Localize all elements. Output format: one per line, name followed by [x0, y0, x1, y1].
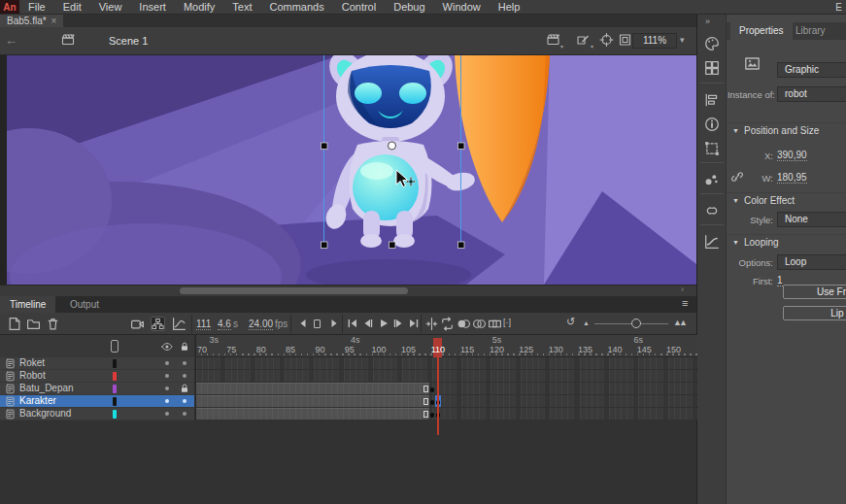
symbol-type-dropdown[interactable]: Graphic [777, 62, 846, 78]
frame-row-robot[interactable] [196, 370, 697, 382]
hscroll-thumb[interactable] [180, 287, 408, 294]
align-icon[interactable] [704, 92, 720, 108]
keyframe-dot[interactable] [430, 400, 434, 404]
frame-row-background[interactable] [196, 408, 697, 420]
clip-content-icon[interactable] [618, 33, 632, 47]
frame-row-batu_depan[interactable] [196, 383, 697, 394]
graph-view-icon[interactable] [172, 317, 186, 331]
edit-symbols-icon[interactable] [576, 33, 591, 47]
position-size-section[interactable]: ▼ Position and Size [727, 122, 846, 137]
menu-debug[interactable]: Debug [385, 0, 433, 15]
layer-outline-color[interactable] [113, 359, 117, 368]
loop-options-dropdown[interactable]: Loop [777, 254, 846, 270]
frame-ruler[interactable]: 3s4s5s6s 7075808590951001051101151201251… [196, 335, 697, 357]
workspace-button[interactable]: E [835, 0, 846, 15]
prev-keyframe-icon[interactable] [362, 319, 374, 328]
stage[interactable] [0, 55, 696, 285]
center-playhead-icon[interactable] [424, 317, 439, 331]
menu-control[interactable]: Control [333, 0, 385, 15]
layer-lock-dot[interactable] [183, 361, 186, 365]
menu-window[interactable]: Window [434, 0, 490, 15]
layer-visibility-dot[interactable] [165, 374, 169, 378]
layer-visibility-dot[interactable] [165, 361, 169, 365]
frame-row-karakter[interactable] [196, 395, 697, 407]
ruler-frame-number[interactable]: 100 [372, 345, 387, 354]
section-collapse-icon[interactable]: ▼ [732, 197, 739, 204]
motion-editor-icon[interactable] [704, 234, 720, 250]
swatches-icon[interactable] [704, 60, 720, 76]
ruler-frame-number[interactable]: 110 [431, 345, 445, 354]
layer-outline-color[interactable] [113, 372, 117, 381]
ruler-frame-number[interactable]: 115 [460, 345, 474, 354]
go-first-frame-icon[interactable] [347, 319, 358, 328]
playhead-line[interactable] [437, 357, 439, 435]
ruler-frame-number[interactable]: 135 [578, 345, 592, 354]
creative-cloud-icon[interactable] [704, 203, 720, 218]
ruler-frame-number[interactable]: 95 [345, 345, 355, 354]
color-palette-icon[interactable] [704, 36, 720, 51]
document-tab[interactable]: Bab5.fla* × [0, 15, 63, 27]
layer-row-robot[interactable]: Robot [0, 370, 194, 382]
step-back-icon[interactable] [297, 319, 309, 328]
reset-timeline-zoom-icon[interactable]: ↺ [566, 316, 575, 328]
first-frame-value[interactable]: 1 [777, 275, 783, 286]
camera-icon[interactable] [130, 317, 145, 331]
x-value[interactable]: 390,90 [777, 150, 807, 161]
layer-row-background[interactable]: Background [0, 408, 194, 420]
onion-skin-icon[interactable] [457, 317, 471, 331]
ruler-frame-number[interactable]: 75 [226, 345, 236, 354]
lock-column-icon[interactable] [179, 341, 190, 353]
menu-modify[interactable]: Modify [175, 0, 223, 15]
layer-visibility-dot[interactable] [165, 386, 169, 390]
new-folder-icon[interactable] [26, 317, 41, 331]
w-value[interactable]: 180,95 [777, 172, 807, 184]
center-stage-icon[interactable] [599, 33, 614, 47]
section-collapse-icon[interactable]: ▼ [732, 239, 739, 246]
menu-insert[interactable]: Insert [130, 0, 175, 15]
delete-layer-icon[interactable] [46, 317, 60, 331]
keyframe-dot[interactable] [430, 413, 434, 417]
ruler-frame-number[interactable]: 150 [666, 345, 681, 354]
layer-outline-color[interactable] [113, 397, 117, 406]
ruler-frame-number[interactable]: 130 [549, 345, 563, 354]
go-last-frame-icon[interactable] [408, 319, 420, 328]
app-logo-icon[interactable]: An [0, 0, 19, 15]
collapse-panels-icon[interactable]: » [705, 17, 709, 26]
looping-section[interactable]: ▼ Looping [727, 234, 846, 249]
zoom-in-timeline-icon[interactable]: ▲▲ [673, 318, 685, 327]
frame-span[interactable] [196, 408, 429, 420]
scroll-right-icon[interactable]: › [681, 285, 684, 294]
instance-name-field[interactable]: robot [777, 86, 846, 102]
zoom-out-timeline-icon[interactable]: ▲ [583, 319, 590, 326]
step-forward-icon[interactable] [328, 319, 340, 328]
layer-visibility-dot[interactable] [165, 412, 169, 416]
menu-commands[interactable]: Commands [260, 0, 332, 15]
menu-view[interactable]: View [90, 0, 131, 15]
timeline-zoom-knob[interactable] [631, 319, 641, 328]
section-collapse-icon[interactable]: ▼ [732, 127, 739, 134]
lip-syncing-button[interactable]: Lip Syncing [783, 306, 846, 320]
layer-outline-color[interactable] [113, 410, 117, 419]
back-arrow-icon[interactable]: ← [5, 33, 17, 48]
elapsed-time-value[interactable]: 4.6s [218, 319, 238, 329]
layer-row-karakter[interactable]: Karakter [0, 395, 194, 407]
menu-file[interactable]: File [19, 0, 54, 15]
current-frame-value[interactable]: 111 [196, 319, 211, 329]
new-layer-icon[interactable] [7, 317, 21, 331]
keyframe-dot[interactable] [430, 387, 434, 391]
edit-scene-icon[interactable] [546, 33, 560, 47]
center-frame-icon[interactable] [314, 319, 321, 328]
frame-rate-value[interactable]: 24.00fps [249, 319, 288, 329]
layer-lock-dot[interactable] [183, 399, 186, 403]
menu-text[interactable]: Text [223, 0, 260, 15]
color-effect-section[interactable]: ▼ Color Effect [727, 192, 846, 207]
play-icon[interactable] [378, 319, 389, 328]
menu-edit[interactable]: Edit [54, 0, 90, 15]
panel-menu-icon[interactable]: ≡ [682, 297, 688, 309]
frame-span[interactable] [196, 395, 429, 407]
ruler-frame-number[interactable]: 90 [315, 345, 324, 354]
stage-hscrollbar[interactable]: › [0, 285, 696, 296]
ruler-frame-number[interactable]: 80 [256, 345, 266, 354]
ruler-frame-number[interactable]: 70 [197, 345, 207, 354]
layer-lock-dot[interactable] [183, 374, 186, 378]
